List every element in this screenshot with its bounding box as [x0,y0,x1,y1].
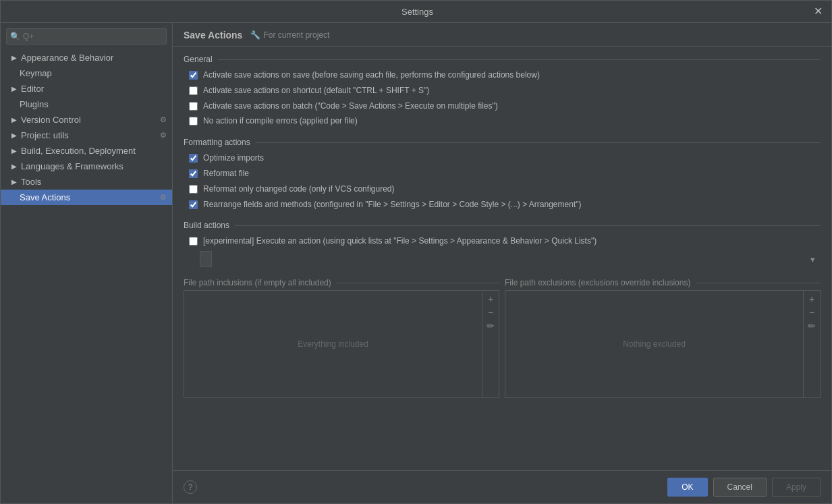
exclusions-content: Nothing excluded + − ✏ [505,290,821,398]
apply-button[interactable]: Apply [772,478,821,497]
inclusions-label: File path inclusions (if empty all inclu… [184,278,499,287]
file-path-row: File path inclusions (if empty all inclu… [184,278,821,398]
cancel-button[interactable]: Cancel [713,478,767,497]
arrow-icon: ▶ [11,163,17,170]
panel-content: General Activate save actions on save (b… [173,47,831,470]
formatting-section: Formatting actions Optimize imports Refo… [184,138,821,210]
experimental-execute-checkbox[interactable] [189,237,198,246]
inclusions-tools: + − ✏ [482,290,499,398]
checkbox-activate-on-batch: Activate save actions on batch ("Code > … [184,101,821,112]
search-input[interactable] [6,28,167,45]
no-action-on-error-checkbox[interactable] [189,117,198,125]
activate-on-shortcut-label[interactable]: Activate save actions on shortcut (defau… [203,85,429,96]
for-current-project: 🔧 For current project [250,30,329,40]
inclusions-content: Everything included + − ✏ [184,290,499,398]
inclusions-list: Everything included [184,290,482,398]
activate-on-shortcut-checkbox[interactable] [189,86,198,95]
exclusions-panel-group: File path exclusions (exclusions overrid… [505,278,821,398]
checkbox-activate-on-save: Activate save actions on save (before sa… [184,69,821,81]
activate-on-batch-checkbox[interactable] [189,102,198,111]
sidebar-item-editor[interactable]: ▶ Editor [1,81,172,96]
help-button[interactable]: ? [184,480,197,494]
arrow-icon: ▶ [11,85,17,92]
arrow-icon: ▶ [11,54,17,61]
exclusions-tools: + − ✏ [804,290,821,398]
settings-icon: ⚙ [160,193,167,202]
general-section: General Activate save actions on save (b… [184,55,821,127]
checkbox-reformat-changed: Reformat only changed code (only if VCS … [184,184,821,195]
bottom-buttons: OK Cancel Apply [667,478,821,497]
inclusions-panel-group: File path inclusions (if empty all inclu… [184,278,499,398]
sidebar-item-keymap[interactable]: Keymap [1,65,172,81]
bottom-left: ? [184,480,197,494]
build-dropdown-row [184,251,821,267]
build-action-dropdown[interactable] [200,251,212,267]
rearrange-fields-checkbox[interactable] [189,200,198,209]
project-icon: 🔧 [250,30,260,40]
reformat-file-label[interactable]: Reformat file [203,168,249,179]
sidebar-item-version-control[interactable]: ▶ Version Control ⚙ [1,112,172,128]
activate-on-save-label[interactable]: Activate save actions on save (before sa… [203,69,540,81]
reformat-file-checkbox[interactable] [189,169,198,178]
activate-on-batch-label[interactable]: Activate save actions on batch ("Code > … [203,101,498,112]
file-path-sections: File path inclusions (if empty all inclu… [184,278,821,398]
bottom-bar: ? OK Cancel Apply [173,470,831,503]
arrow-icon: ▶ [11,132,17,139]
build-section: Build actions [experimental] Execute an … [184,221,821,267]
checkbox-no-action-on-error: No action if compile errors (applied per… [184,115,821,127]
close-button[interactable]: ✕ [812,6,823,17]
inclusions-edit-button[interactable]: ✏ [485,320,496,331]
sidebar-item-build-execution[interactable]: ▶ Build, Execution, Deployment [1,143,172,159]
rearrange-fields-label[interactable]: Rearrange fields and methods (configured… [203,199,581,211]
activate-on-save-checkbox[interactable] [189,71,198,80]
checkbox-reformat-file: Reformat file [184,168,821,179]
optimize-imports-checkbox[interactable] [189,154,198,163]
exclusions-remove-button[interactable]: − [806,307,817,318]
optimize-imports-label[interactable]: Optimize imports [203,152,264,164]
sidebar-item-languages-frameworks[interactable]: ▶ Languages & Frameworks [1,159,172,174]
inclusions-remove-button[interactable]: − [485,307,496,318]
build-dropdown-wrapper [200,251,821,267]
exclusions-label: File path exclusions (exclusions overrid… [505,278,821,287]
title-bar: Settings ✕ [1,1,831,23]
panel-title: Save Actions [184,30,242,40]
reformat-changed-checkbox[interactable] [189,185,198,194]
sidebar-item-plugins[interactable]: Plugins [1,96,172,112]
checkbox-optimize-imports: Optimize imports [184,152,821,164]
formatting-section-title: Formatting actions [184,138,821,147]
sidebar-item-project-utils[interactable]: ▶ Project: utils ⚙ [1,128,172,143]
exclusions-edit-button[interactable]: ✏ [806,320,817,331]
search-box: 🔍 [6,28,167,45]
arrow-icon: ▶ [11,147,17,155]
settings-icon: ⚙ [160,131,167,140]
arrow-icon: ▶ [11,116,17,123]
checkbox-activate-on-shortcut: Activate save actions on shortcut (defau… [184,85,821,96]
settings-dialog: Settings ✕ 🔍 ▶ Appearance & Behavior Key… [0,0,832,504]
general-section-title: General [184,55,821,64]
checkbox-rearrange-fields: Rearrange fields and methods (configured… [184,199,821,211]
content-area: 🔍 ▶ Appearance & Behavior Keymap ▶ Edito… [1,23,831,503]
exclusions-placeholder: Nothing excluded [505,291,803,397]
sidebar-item-tools[interactable]: ▶ Tools [1,174,172,190]
reformat-changed-label[interactable]: Reformat only changed code (only if VCS … [203,184,394,195]
exclusions-add-button[interactable]: + [806,293,817,304]
exclusions-list: Nothing excluded [505,290,804,398]
panel-header: Save Actions 🔧 For current project [173,23,831,47]
no-action-on-error-label[interactable]: No action if compile errors (applied per… [203,115,358,127]
experimental-execute-label[interactable]: [experimental] Execute an action (using … [203,235,597,247]
checkbox-experimental-execute: [experimental] Execute an action (using … [184,235,821,247]
search-icon: 🔍 [10,32,20,41]
settings-icon: ⚙ [160,115,167,124]
sidebar: 🔍 ▶ Appearance & Behavior Keymap ▶ Edito… [1,23,173,503]
ok-button[interactable]: OK [667,478,707,497]
dialog-title: Settings [22,7,812,17]
inclusions-add-button[interactable]: + [485,293,496,304]
build-section-title: Build actions [184,221,821,230]
arrow-icon: ▶ [11,178,17,186]
main-panel: Save Actions 🔧 For current project Gener… [173,23,831,503]
sidebar-item-save-actions[interactable]: Save Actions ⚙ [1,190,172,205]
sidebar-item-appearance[interactable]: ▶ Appearance & Behavior [1,50,172,65]
inclusions-placeholder: Everything included [184,291,482,397]
